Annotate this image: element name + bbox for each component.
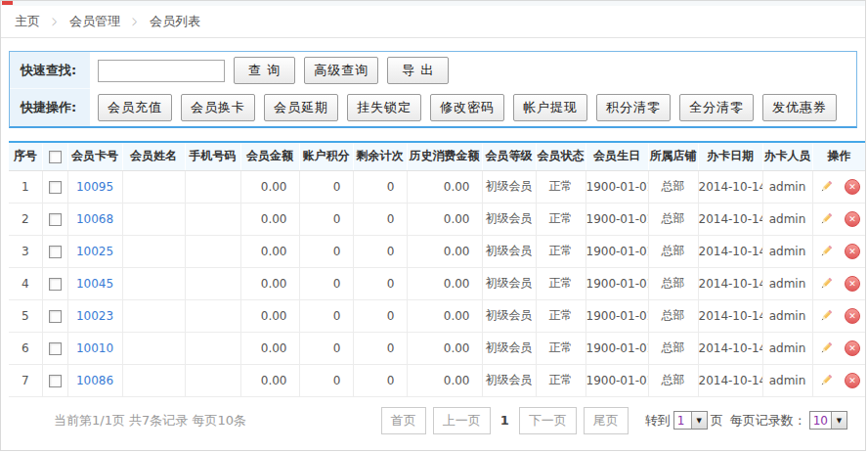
page-size-select[interactable]: 10 ▼ — [809, 411, 847, 430]
row-checkbox[interactable] — [49, 342, 62, 355]
breadcrumb-member-mgmt[interactable]: 会员管理 — [69, 13, 120, 30]
cell-history: 0.00 — [407, 203, 482, 235]
row-checkbox[interactable] — [49, 213, 62, 226]
cell-phone — [185, 364, 240, 396]
cell-ops: ✕ — [812, 364, 866, 396]
clear-points-button[interactable]: 积分清零 — [596, 94, 671, 121]
delete-x-icon[interactable]: ✕ — [845, 211, 860, 227]
header-store: 所属店铺 — [648, 142, 698, 170]
cell-select — [42, 364, 67, 396]
delete-x-icon[interactable]: ✕ — [845, 244, 860, 259]
withdraw-button[interactable]: 帐户提现 — [513, 94, 587, 121]
member-card-link[interactable]: 10025 — [76, 245, 113, 258]
recharge-button[interactable]: 会员充值 — [98, 94, 172, 121]
cell-card: 10023 — [67, 299, 122, 332]
cell-name — [122, 364, 185, 396]
cell-points: 0 — [299, 235, 353, 267]
cell-status: 正常 — [536, 235, 586, 267]
clear-all-points-button[interactable]: 全分清零 — [679, 94, 754, 121]
cell-select — [42, 299, 67, 332]
member-card-link[interactable]: 10095 — [76, 180, 113, 194]
row-checkbox[interactable] — [49, 278, 62, 291]
advanced-search-button[interactable]: 高级查询 — [304, 57, 378, 84]
cell-ops: ✕ — [812, 267, 866, 299]
edit-pencil-icon[interactable] — [818, 340, 834, 356]
row-checkbox[interactable] — [49, 246, 62, 258]
send-coupon-button[interactable]: 发优惠券 — [762, 94, 837, 121]
cell-name — [122, 203, 185, 235]
breadcrumb-home[interactable]: 主页 — [15, 13, 40, 30]
header-ops: 操作 — [812, 142, 866, 170]
cell-seq: 4 — [9, 267, 42, 299]
cell-status: 正常 — [536, 170, 586, 203]
quick-ops-row: 快捷操作: 会员充值 会员换卡 会员延期 挂失锁定 修改密码 帐户提现 积分清零… — [10, 89, 856, 126]
delete-x-icon[interactable]: ✕ — [845, 340, 860, 356]
goto-label: 转到 — [645, 412, 671, 430]
select-all-checkbox[interactable] — [49, 151, 62, 163]
lock-button[interactable]: 挂失锁定 — [347, 94, 421, 121]
edit-pencil-icon[interactable] — [818, 179, 834, 195]
pager-summary: 当前第1/1页 共7条记录 每页10条 — [54, 412, 246, 430]
cell-card: 10086 — [67, 364, 122, 396]
row-checkbox[interactable] — [49, 310, 62, 323]
header-history: 历史消费金额 — [407, 142, 482, 170]
delete-x-icon[interactable]: ✕ — [845, 308, 860, 324]
cell-birthday: 1900-01-01 — [586, 332, 648, 364]
cell-store: 总部 — [648, 203, 698, 235]
change-password-button[interactable]: 修改密码 — [430, 94, 504, 121]
cell-date: 2014-10-14 — [698, 170, 762, 203]
pager-controls: 首页 上一页 1 下一页 尾页 转到 1 ▼ 页 每页记录数： 10 ▼ — [381, 407, 847, 434]
cell-birthday: 1900-01-01 — [586, 267, 648, 299]
cell-name — [122, 332, 185, 364]
cell-status: 正常 — [536, 332, 586, 364]
member-card-link[interactable]: 10086 — [76, 374, 113, 387]
cell-times: 0 — [353, 364, 407, 396]
edit-pencil-icon[interactable] — [818, 244, 834, 259]
search-panel: 快速查找: 查 询 高级查询 导 出 快捷操作: 会员充值 会员换卡 会员延期 … — [9, 51, 857, 128]
row-checkbox[interactable] — [49, 375, 62, 387]
change-card-button[interactable]: 会员换卡 — [181, 94, 255, 121]
member-card-link[interactable]: 10010 — [76, 341, 113, 355]
edit-pencil-icon[interactable] — [818, 308, 834, 324]
quick-find-input[interactable] — [98, 60, 225, 82]
cell-ops: ✕ — [812, 203, 866, 235]
table-row: 7 10086 0.00 0 0 0.00 初级会员 正常 1900-01-01… — [9, 364, 866, 396]
cell-amount: 0.00 — [240, 364, 299, 396]
member-card-link[interactable]: 10045 — [76, 277, 113, 291]
cell-seq: 2 — [9, 203, 42, 235]
quick-ops-content: 会员充值 会员换卡 会员延期 挂失锁定 修改密码 帐户提现 积分清零 全分清零 … — [90, 89, 856, 126]
cell-history: 0.00 — [407, 332, 482, 364]
delete-x-icon[interactable]: ✕ — [845, 373, 860, 388]
table-row: 1 10095 0.00 0 0 0.00 初级会员 正常 1900-01-01… — [9, 170, 866, 203]
last-page-button[interactable]: 尾页 — [584, 407, 629, 434]
quick-find-label: 快速查找: — [10, 52, 90, 89]
row-checkbox[interactable] — [49, 181, 62, 194]
cell-select — [42, 235, 67, 267]
edit-pencil-icon[interactable] — [818, 276, 834, 292]
cell-card: 10068 — [67, 203, 122, 235]
edit-pencil-icon[interactable] — [818, 211, 834, 227]
search-button[interactable]: 查 询 — [234, 57, 295, 84]
member-card-link[interactable]: 10068 — [76, 212, 113, 226]
delete-x-icon[interactable]: ✕ — [845, 179, 860, 195]
member-card-link[interactable]: 10023 — [76, 309, 113, 323]
header-points: 账户积分 — [299, 142, 353, 170]
next-page-button[interactable]: 下一页 — [519, 407, 577, 434]
export-button[interactable]: 导 出 — [387, 57, 449, 84]
header-birthday: 会员生日 — [586, 142, 648, 170]
cell-points: 0 — [299, 332, 353, 364]
cell-history: 0.00 — [407, 364, 482, 396]
cell-card: 10095 — [67, 170, 122, 203]
extend-button[interactable]: 会员延期 — [264, 94, 338, 121]
goto-page-select[interactable]: 1 ▼ — [673, 411, 708, 430]
cell-date: 2014-10-14 — [698, 267, 762, 299]
breadcrumb-member-list[interactable]: 会员列表 — [150, 13, 200, 30]
edit-pencil-icon[interactable] — [818, 373, 834, 388]
cell-name — [122, 235, 185, 267]
prev-page-button[interactable]: 上一页 — [433, 407, 491, 434]
member-table-wrap: 序号 会员卡号 会员姓名 手机号码 会员金额 账户积分 剩余计次 历史消费金额 … — [9, 141, 857, 397]
cell-birthday: 1900-01-01 — [586, 203, 648, 235]
chevron-down-icon: ▼ — [831, 412, 846, 429]
delete-x-icon[interactable]: ✕ — [845, 276, 860, 292]
first-page-button[interactable]: 首页 — [381, 407, 426, 434]
